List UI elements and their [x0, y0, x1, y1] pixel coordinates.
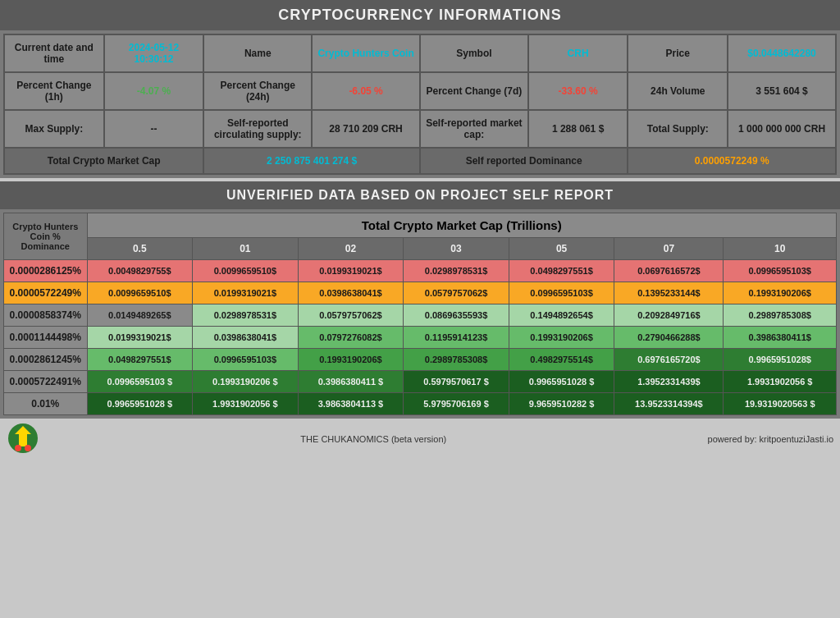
dominance-cell: 0.0996595103$ — [193, 349, 299, 371]
dominance-row-label: 0.0000286125% — [4, 260, 88, 282]
dominance-cell: 0.1195914123$ — [404, 327, 509, 349]
dominance-cell: 0.1395233144$ — [614, 282, 724, 304]
footer: THE CHUKANOMICS (beta version) powered b… — [0, 419, 840, 460]
dominance-cell: 0.0199319021$ — [193, 282, 299, 304]
dominance-cell: 0.0099659510$ — [193, 260, 299, 282]
dominance-cell: 1.9931902056 $ — [724, 371, 837, 393]
info-table-wrapper: Current date and time 2024-05-12 10:30:1… — [0, 30, 840, 178]
dominance-cell: 0.0049829755$ — [87, 260, 193, 282]
max-supply-value: -- — [104, 110, 204, 148]
dominance-cell: 19.9319020563 $ — [724, 393, 837, 415]
total-supply-label: Total Supply: — [628, 110, 728, 148]
dominance-cell: 0.3986380411 $ — [298, 371, 404, 393]
name-label: Name — [203, 34, 312, 72]
pct-24h-value: -6.05 % — [312, 72, 420, 110]
self-circ-label: Self-reported circulating supply: — [203, 110, 312, 148]
dominance-cell: 0.0498297551$ — [87, 349, 193, 371]
dominance-cell: 9.9659510282 $ — [509, 393, 614, 415]
info-row-2: Percent Change (1h) -4.07 % Percent Chan… — [4, 72, 836, 110]
dominance-cell: 5.9795706169 $ — [404, 393, 509, 415]
dominance-wrapper: Crypto Hunters Coin % Dominance Total Cr… — [0, 209, 840, 419]
symbol-value: CRH — [528, 34, 628, 72]
dominance-cell: 0.0579757062$ — [404, 282, 509, 304]
volume-value: 3 551 604 $ — [728, 72, 836, 110]
footer-right: powered by: kritpoentuziJasti.io — [708, 434, 833, 444]
dominance-cell: 0.0697616572$ — [614, 260, 724, 282]
dominance-col-headers: 0.5 01 02 03 05 07 10 — [4, 238, 837, 260]
dominance-cell: 0.0298978531$ — [404, 260, 509, 282]
dominance-cell: 0.0199319021$ — [298, 260, 404, 282]
dominance-table: Crypto Hunters Coin % Dominance Total Cr… — [3, 213, 837, 415]
self-market-cap-value: 1 288 061 $ — [528, 110, 628, 148]
svg-point-3 — [25, 445, 31, 451]
dominance-row-label: 0.0002861245% — [4, 349, 88, 371]
main-container: CRYPTOCURRENCY INFORMATIONS Current date… — [0, 0, 840, 460]
dominance-row-label: 0.01% — [4, 393, 88, 415]
total-market-cap-value: 2 250 875 401 274 $ — [203, 148, 420, 174]
dominance-cell: 0.9965951028 $ — [509, 371, 614, 393]
pct-7d-value: -33.60 % — [528, 72, 628, 110]
col-05: 05 — [509, 238, 614, 260]
dominance-row-header: Crypto Hunters Coin % Dominance — [4, 213, 88, 260]
col-07: 07 — [614, 238, 724, 260]
footer-center: THE CHUKANOMICS (beta version) — [300, 434, 446, 444]
dominance-cell: 0.0869635593$ — [404, 304, 509, 327]
dominance-cell: 0.1993190206$ — [724, 282, 837, 304]
dominance-cell: 0.6976165720$ — [614, 349, 724, 371]
self-market-cap-label: Self-reported market cap: — [420, 110, 528, 148]
col-10: 10 — [724, 238, 837, 260]
dominance-title-row: Crypto Hunters Coin % Dominance Total Cr… — [4, 213, 837, 238]
dominance-data-row: 0.0000286125%0.0049829755$0.0099659510$0… — [4, 260, 837, 282]
dominance-row-label: 0.0000572249% — [4, 282, 88, 304]
dominance-cell: 0.0996595103$ — [724, 260, 837, 282]
svg-point-2 — [15, 445, 21, 451]
dominance-cell: 0.0298978531$ — [193, 304, 299, 327]
info-row-1: Current date and time 2024-05-12 10:30:1… — [4, 34, 836, 72]
dominance-data-row: 0.0002861245%0.0498297551$0.0996595103$0… — [4, 349, 837, 371]
dominance-cell: 0.2989785308$ — [404, 349, 509, 371]
max-supply-label: Max Supply: — [4, 110, 104, 148]
footer-logo — [7, 422, 39, 456]
col-02: 02 — [298, 238, 404, 260]
dominance-row-label: 0.0001144498% — [4, 327, 88, 349]
pct-24h-label: Percent Change (24h) — [203, 72, 312, 110]
dominance-cell: 0.9965951028$ — [724, 349, 837, 371]
dominance-cell: 3.9863804113 $ — [298, 393, 404, 415]
pct-1h-label: Percent Change (1h) — [4, 72, 104, 110]
dominance-cell: 0.0099659510$ — [87, 282, 193, 304]
symbol-label: Symbol — [420, 34, 528, 72]
dominance-cell: 1.3952331439$ — [614, 371, 724, 393]
dominance-row-label: 0.0005722491% — [4, 371, 88, 393]
dominance-table-title: Total Crypto Market Cap (Trillions) — [87, 213, 837, 238]
dominance-cell: 0.2790466288$ — [614, 327, 724, 349]
price-value: $0.0448642280 — [728, 34, 836, 72]
dominance-cell: 0.4982975514$ — [509, 349, 614, 371]
dominance-cell: 0.0797276082$ — [298, 327, 404, 349]
total-supply-value: 1 000 000 000 CRH — [728, 110, 836, 148]
dominance-data-row: 0.0000572249%0.0099659510$0.0199319021$0… — [4, 282, 837, 304]
dominance-cell: 0.0398638041$ — [298, 282, 404, 304]
current-date-label: Current date and time — [4, 34, 104, 72]
dominance-cell: 0.0149489265$ — [87, 304, 193, 327]
dominance-cell: 0.0498297551$ — [509, 260, 614, 282]
page-header: CRYPTOCURRENCY INFORMATIONS — [0, 0, 840, 30]
dominance-cell: 13.9523314394$ — [614, 393, 724, 415]
dominance-data-row: 0.0000858374%0.0149489265$0.0298978531$0… — [4, 304, 837, 327]
self-dominance-value: 0.0000572249 % — [628, 148, 836, 174]
dominance-cell: 0.2989785308$ — [724, 304, 837, 327]
col-0.5: 0.5 — [87, 238, 193, 260]
pct-7d-label: Percent Change (7d) — [420, 72, 528, 110]
dominance-cell: 0.0996595103 $ — [87, 371, 193, 393]
dominance-cell: 0.2092849716$ — [614, 304, 724, 327]
dominance-data-row: 0.01%0.9965951028 $1.9931902056 $3.98638… — [4, 393, 837, 415]
info-row-3: Max Supply: -- Self-reported circulating… — [4, 110, 836, 148]
dominance-cell: 0.1993190206 $ — [193, 371, 299, 393]
pct-1h-value: -4.07 % — [104, 72, 204, 110]
dominance-cell: 0.5979570617 $ — [404, 371, 509, 393]
dominance-row-label: 0.0000858374% — [4, 304, 88, 327]
info-table: Current date and time 2024-05-12 10:30:1… — [3, 34, 837, 175]
section2-header: UNVERIFIED DATA BASED ON PROJECT SELF RE… — [0, 181, 840, 209]
dominance-cell: 0.1993190206$ — [509, 327, 614, 349]
volume-label: 24h Volume — [628, 72, 728, 110]
dominance-cell: 0.9965951028 $ — [87, 393, 193, 415]
